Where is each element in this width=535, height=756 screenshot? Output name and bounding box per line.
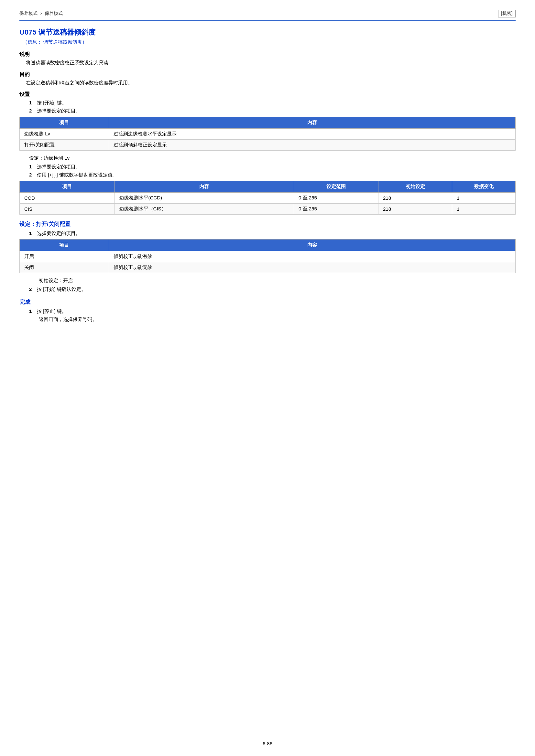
setup-step3-1: 1 选择要设定的项目。 [19, 230, 516, 237]
table-row: CCD 边缘检测水平(CCD) 0 至 255 218 1 [20, 193, 516, 203]
table2-row2-init: 218 [378, 203, 452, 215]
table2-header-range: 设定范围 [294, 181, 379, 193]
top-bar: 保养模式 ＞ 保养模式 [机密] [19, 10, 516, 21]
setup-heading: 设置 [19, 91, 516, 98]
table2-header-item: 项目 [20, 181, 115, 193]
table2-header-content: 内容 [115, 181, 294, 193]
purpose-heading: 目的 [19, 71, 516, 78]
table1-row2-content: 过渡到倾斜校正设定显示 [109, 140, 515, 150]
table2-row2-item: CIS [20, 203, 115, 215]
page-wrapper: 保养模式 ＞ 保养模式 [机密] U075 调节送稿器倾斜度 （信息： 调节送稿… [0, 0, 535, 756]
table3-row1-content: 倾斜校正功能有效 [109, 251, 515, 262]
breadcrumb: 保养模式 ＞ 保养模式 [19, 11, 63, 16]
sub-label1: 设定：边缘检测 Lv [19, 155, 516, 161]
table2-header-delta: 数据变化 [452, 181, 516, 193]
sub-heading1: 设定：打开/关闭配置 [19, 220, 516, 228]
setup-step2-1: 1 选择要设定的项目。 [19, 164, 516, 170]
purpose-text: 在设定送稿器和稿台之间的读数密度差异时采用。 [19, 80, 516, 86]
table-row: 开启 倾斜校正功能有效 [20, 251, 516, 262]
table3-header-content: 内容 [109, 239, 515, 251]
table1-row2-item: 打开/关闭配置 [20, 140, 109, 150]
description-heading: 说明 [19, 51, 516, 58]
main-title: U075 调节送稿器倾斜度 [19, 27, 516, 37]
table2-row2-content: 边缘检测水平（CIS） [115, 203, 294, 215]
table2-row1-range: 0 至 255 [294, 193, 379, 203]
table2-header-init: 初始设定 [378, 181, 452, 193]
table-row: 关闭 倾斜校正功能无效 [20, 262, 516, 273]
table3-row2-content: 倾斜校正功能无效 [109, 262, 515, 273]
table-row: CIS 边缘检测水平（CIS） 0 至 255 218 1 [20, 203, 516, 215]
table-row: 边缘检测 Lv 过渡到边缘检测水平设定显示 [20, 129, 516, 140]
table3-row2-item: 关闭 [20, 262, 109, 273]
complete-heading: 完成 [19, 298, 516, 306]
complete-step-1: 1 按 [停止] 键。 [19, 308, 516, 314]
table1-header-item: 项目 [20, 117, 109, 129]
table1-header-content: 内容 [109, 117, 515, 129]
table1: 项目 内容 边缘检测 Lv 过渡到边缘检测水平设定显示 打开/关闭配置 过渡到倾… [19, 117, 516, 150]
setup-step2-2: 2 使用 [+][-] 键或数字键盘更改设定值。 [19, 172, 516, 178]
table3-header-item: 项目 [20, 239, 109, 251]
init-label: 初始设定：开启 [19, 278, 516, 284]
setup-step-2: 2 选择要设定的项目。 [19, 108, 516, 114]
classification: [机密] [498, 10, 516, 17]
table2-row1-item: CCD [20, 193, 115, 203]
complete-step-2: 返回画面，选择保养号码。 [19, 316, 516, 323]
table2-row1-init: 218 [378, 193, 452, 203]
setup-step-1: 1 按 [开始] 键。 [19, 100, 516, 106]
description-text: 将送稿器读数密度校正系数设定为只读 [19, 60, 516, 66]
table2-row2-delta: 1 [452, 203, 516, 215]
table2-row1-content: 边缘检测水平(CCD) [115, 193, 294, 203]
table-row: 打开/关闭配置 过渡到倾斜校正设定显示 [20, 140, 516, 150]
table3: 项目 内容 开启 倾斜校正功能有效 关闭 倾斜校正功能无效 [19, 239, 516, 273]
table2: 项目 内容 设定范围 初始设定 数据变化 CCD 边缘检测水平(CCD) 0 至… [19, 181, 516, 215]
table2-row1-delta: 1 [452, 193, 516, 203]
table3-row1-item: 开启 [20, 251, 109, 262]
table2-row2-range: 0 至 255 [294, 203, 379, 215]
page-number: 6-86 [263, 741, 272, 746]
setup-step4-1: 2 按 [开始] 键确认设定。 [19, 286, 516, 292]
table1-row1-item: 边缘检测 Lv [20, 129, 109, 140]
table1-row1-content: 过渡到边缘检测水平设定显示 [109, 129, 515, 140]
sub-title: （信息： 调节送稿器倾斜度） [19, 39, 516, 45]
